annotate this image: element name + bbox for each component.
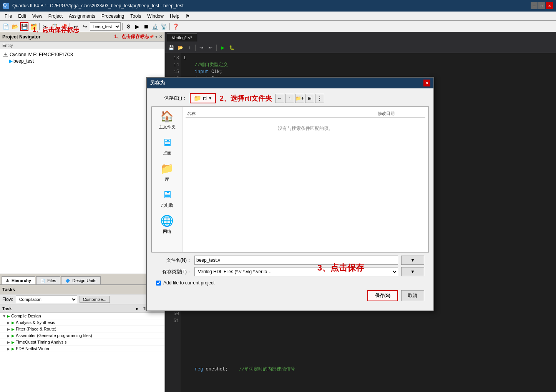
minimize-button[interactable]: ─ — [531, 2, 538, 9]
files-icon: 📄 — [40, 279, 45, 283]
menu-window[interactable]: Window — [144, 13, 167, 20]
flow-selector[interactable]: Compilation — [16, 296, 77, 303]
navigator-menu[interactable]: ▼ — [154, 35, 158, 39]
tasks-panel: Tasks 📌 ▼ ✕ Flow: Compilation Customize.… — [0, 284, 164, 392]
task-fitter-label: Fitter (Place & Route) — [16, 327, 162, 331]
expand-icon-compile[interactable]: ▼ — [2, 314, 7, 318]
task-fitter[interactable]: ▶ ▶ Fitter (Place & Route) — [0, 326, 164, 332]
nav-back-button[interactable]: ← — [275, 94, 284, 103]
expand-icon-analysis[interactable]: ▶ — [7, 321, 12, 325]
save-dialog-button[interactable]: 保存(S) — [367, 290, 398, 301]
editor-tab-verilog[interactable]: Verilog1.v* — [167, 33, 197, 42]
sidebar-library[interactable]: 📁 库 — [160, 162, 174, 182]
menu-bar: File Edit View Project Assignments Proce… — [0, 12, 556, 21]
copy-button[interactable]: 📋 — [50, 22, 59, 31]
menu-edit[interactable]: Edit — [15, 13, 29, 20]
ed-open-btn[interactable]: 📂 — [176, 44, 184, 51]
close-button[interactable]: ✕ — [546, 2, 553, 9]
dialog-content: 保存在(I)： 📁 rtl ▼ 2、选择rtl文件夹 ← ↑ 📁+ ⊞ ⋮ 🏠 — [147, 88, 433, 311]
design-units-icon: 🔷 — [65, 279, 70, 283]
cut-button[interactable]: ✂ — [41, 22, 50, 31]
project-navigator-header: Project Navigator 1、点击保存标志 📌 ▼ ✕ — [0, 32, 164, 42]
ed-debug-btn[interactable]: 🐛 — [227, 44, 236, 51]
nav-more-button[interactable]: ⋮ — [315, 94, 324, 103]
task-compile-design[interactable]: ▼ ▶ Compile Design — [0, 313, 164, 319]
program-button[interactable]: 📡 — [159, 22, 168, 31]
cancel-dialog-button[interactable]: 取消 — [401, 290, 424, 301]
undo-button[interactable]: ↩ — [71, 22, 80, 31]
menu-help[interactable]: Help — [167, 13, 183, 20]
task-eda[interactable]: ▶ ▶ EDA Netlist Writer — [0, 345, 164, 352]
tasks-header: Tasks 📌 ▼ ✕ — [0, 285, 164, 294]
simulate-button[interactable]: 🔬 — [151, 22, 159, 31]
sidebar-home[interactable]: 🏠 主文件夹 — [159, 110, 176, 130]
task-analysis-synthesis[interactable]: ▶ ▶ Analysis & Synthesis — [0, 319, 164, 326]
project-selector[interactable]: beep_test — [90, 22, 121, 31]
task-assembler[interactable]: ▶ ▶ Assembler (Generate programming file… — [0, 332, 164, 339]
save-folder-button[interactable]: 📁 rtl ▼ — [190, 93, 216, 103]
new-button[interactable]: 📄 — [2, 22, 10, 31]
menu-view[interactable]: View — [29, 13, 45, 20]
customize-button[interactable]: Customize... — [80, 296, 110, 303]
help-button[interactable]: ❓ — [171, 22, 180, 31]
redo-button[interactable]: ↪ — [81, 22, 89, 31]
ed-run-btn[interactable]: ▶ — [218, 44, 227, 51]
dialog-file-list: 名称 修改日期 没有与搜索条件匹配的项。 — [183, 107, 428, 252]
add-file-checkbox[interactable] — [156, 281, 161, 286]
expand-icon-timequest[interactable]: ▶ — [7, 340, 12, 344]
ed-sep2 — [216, 45, 217, 51]
expand-icon-eda[interactable]: ▶ — [7, 347, 12, 351]
compile-button[interactable]: ▶ — [133, 22, 141, 31]
dialog-close-button[interactable]: ✕ — [423, 80, 430, 86]
library-label: 库 — [165, 176, 169, 182]
sidebar-computer[interactable]: 🖥 此电脑 — [161, 188, 173, 208]
navigator-close[interactable]: ✕ — [159, 35, 162, 39]
menu-file[interactable]: File — [2, 13, 15, 20]
sidebar-desktop[interactable]: 🖥 桌面 — [162, 136, 173, 156]
navigator-pin[interactable]: 📌 — [149, 35, 154, 39]
expand-icon-assembler[interactable]: ▶ — [7, 334, 12, 338]
toolbar-separator-1 — [39, 23, 40, 30]
ed-sep1 — [195, 45, 196, 51]
sidebar-network[interactable]: 🌐 网络 — [160, 214, 174, 234]
task-timequest[interactable]: ▶ ▶ TimeQuest Timing Analysis — [0, 339, 164, 345]
nav-new-folder-button[interactable]: 📁+ — [295, 94, 304, 103]
open-button[interactable]: 📂 — [11, 22, 19, 31]
window-title: Quartus II 64-Bit - C:/FPGA/fpga_class20… — [12, 3, 531, 8]
paste-button[interactable]: 📌 — [60, 22, 68, 31]
menu-project[interactable]: Project — [45, 13, 66, 20]
folder-icon: 📁 — [194, 95, 201, 102]
tab-files[interactable]: 📄 Files — [36, 276, 60, 284]
tab-hierarchy[interactable]: ⚠ Hierarchy — [2, 276, 35, 284]
col-task: Task — [0, 306, 132, 311]
maximize-button[interactable]: □ — [538, 2, 545, 9]
analyze-button[interactable]: ⚙ — [124, 22, 133, 31]
filetype-dropdown[interactable]: ▼ — [401, 267, 424, 276]
save-project-button[interactable]: 🗂️ — [29, 22, 38, 31]
tab-design-units-label: Design Units — [72, 278, 96, 283]
ed-indent-btn[interactable]: ⇥ — [197, 44, 206, 51]
expand-icon-fitter[interactable]: ▶ — [7, 327, 12, 331]
ed-outdent-btn[interactable]: ⇤ — [206, 44, 215, 51]
filename-input[interactable] — [194, 256, 398, 265]
entity-label: Entity — [2, 43, 13, 48]
menu-processing[interactable]: Processing — [98, 13, 127, 20]
tasks-table-header: Task ● Tim — [0, 304, 164, 313]
stop-button[interactable]: ⏹ — [142, 22, 150, 31]
menu-assignments[interactable]: Assignments — [66, 13, 98, 20]
nav-up-button[interactable]: ↑ — [285, 94, 294, 103]
menu-tools[interactable]: Tools — [127, 13, 144, 20]
nav-view-button[interactable]: ⊞ — [305, 94, 314, 103]
filename-dropdown[interactable]: ▼ — [401, 256, 424, 265]
ed-save-btn[interactable]: 💾 — [167, 44, 175, 51]
tab-design-units[interactable]: 🔷 Design Units — [61, 276, 100, 284]
network-label: 网络 — [163, 229, 171, 234]
folder-dropdown-arrow: ▼ — [208, 96, 212, 100]
save-button[interactable]: 💾 — [20, 22, 28, 31]
ed-up-btn[interactable]: ↑ — [185, 44, 194, 51]
home-label: 主文件夹 — [159, 124, 176, 130]
project-item[interactable]: ▶ beep_test — [2, 58, 163, 64]
play-icon-timequest: ▶ — [12, 340, 15, 344]
menu-extra[interactable]: ⚑ — [183, 13, 193, 20]
filetype-select[interactable]: Verilog HDL Files (*.v *.vlg *.verilo… — [194, 267, 398, 276]
